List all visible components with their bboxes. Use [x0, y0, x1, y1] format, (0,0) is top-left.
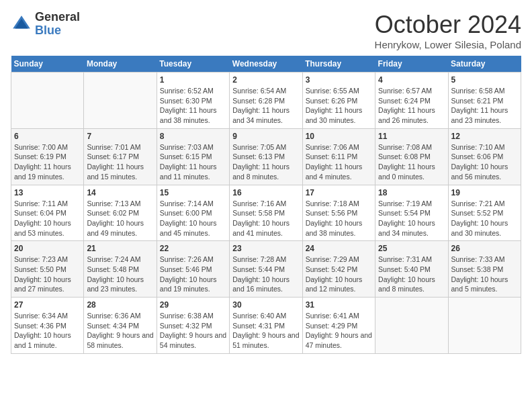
calendar-cell: 9Sunrise: 7:05 AM Sunset: 6:13 PM Daylig…	[230, 128, 302, 185]
day-number: 29	[160, 300, 226, 310]
day-info: Sunrise: 7:24 AM Sunset: 5:48 PM Dayligh…	[87, 255, 153, 294]
calendar-cell: 7Sunrise: 7:01 AM Sunset: 6:17 PM Daylig…	[84, 128, 157, 185]
calendar-cell: 2Sunrise: 6:54 AM Sunset: 6:28 PM Daylig…	[230, 73, 302, 129]
calendar-table: SundayMondayTuesdayWednesdayThursdayFrid…	[11, 56, 521, 354]
day-number: 10	[306, 132, 372, 141]
logo-icon	[11, 13, 32, 35]
calendar-cell: 13Sunrise: 7:11 AM Sunset: 6:04 PM Dayli…	[11, 185, 84, 241]
day-info: Sunrise: 7:31 AM Sunset: 5:40 PM Dayligh…	[378, 255, 445, 294]
day-number: 15	[160, 188, 226, 197]
day-info: Sunrise: 7:16 AM Sunset: 5:58 PM Dayligh…	[232, 199, 299, 238]
logo-blue: Blue	[35, 24, 80, 38]
calendar-cell: 17Sunrise: 7:18 AM Sunset: 5:56 PM Dayli…	[302, 185, 375, 241]
weekday-header: Wednesday	[230, 56, 302, 73]
day-number: 14	[87, 188, 153, 197]
page-header: General Blue October 2024 Henrykow, Lowe…	[11, 11, 521, 50]
day-number: 16	[232, 188, 299, 197]
calendar-cell	[11, 73, 84, 129]
day-info: Sunrise: 6:34 AM Sunset: 4:36 PM Dayligh…	[14, 311, 81, 351]
calendar-cell: 23Sunrise: 7:28 AM Sunset: 5:44 PM Dayli…	[230, 241, 302, 298]
day-info: Sunrise: 7:01 AM Sunset: 6:17 PM Dayligh…	[87, 142, 153, 182]
day-number: 1	[160, 75, 226, 85]
day-info: Sunrise: 7:13 AM Sunset: 6:02 PM Dayligh…	[87, 199, 153, 238]
calendar-cell: 16Sunrise: 7:16 AM Sunset: 5:58 PM Dayli…	[230, 185, 302, 241]
logo-general: General	[35, 11, 80, 24]
day-number: 4	[378, 75, 445, 85]
day-number: 30	[232, 300, 299, 310]
day-number: 23	[232, 244, 299, 253]
logo-text: General Blue	[35, 11, 80, 38]
day-info: Sunrise: 7:03 AM Sunset: 6:15 PM Dayligh…	[160, 142, 226, 182]
day-info: Sunrise: 7:14 AM Sunset: 6:00 PM Dayligh…	[160, 199, 226, 238]
day-info: Sunrise: 6:58 AM Sunset: 6:21 PM Dayligh…	[451, 86, 518, 126]
calendar-cell	[84, 73, 157, 129]
calendar-cell: 25Sunrise: 7:31 AM Sunset: 5:40 PM Dayli…	[375, 241, 448, 298]
day-info: Sunrise: 6:52 AM Sunset: 6:30 PM Dayligh…	[160, 86, 226, 126]
calendar-week-row: 20Sunrise: 7:23 AM Sunset: 5:50 PM Dayli…	[11, 241, 521, 298]
day-number: 27	[14, 300, 81, 310]
day-info: Sunrise: 7:10 AM Sunset: 6:06 PM Dayligh…	[451, 142, 518, 182]
day-info: Sunrise: 7:06 AM Sunset: 6:11 PM Dayligh…	[306, 142, 372, 182]
weekday-header: Sunday	[11, 56, 84, 73]
calendar-cell	[375, 298, 448, 354]
day-number: 28	[87, 300, 153, 310]
day-number: 17	[306, 188, 372, 197]
day-info: Sunrise: 6:55 AM Sunset: 6:26 PM Dayligh…	[306, 86, 372, 126]
calendar-cell: 31Sunrise: 6:41 AM Sunset: 4:29 PM Dayli…	[302, 298, 375, 354]
day-number: 11	[378, 132, 445, 141]
day-info: Sunrise: 7:29 AM Sunset: 5:42 PM Dayligh…	[306, 255, 372, 294]
day-number: 9	[232, 132, 299, 141]
day-info: Sunrise: 7:28 AM Sunset: 5:44 PM Dayligh…	[232, 255, 299, 294]
day-info: Sunrise: 6:40 AM Sunset: 4:31 PM Dayligh…	[232, 311, 299, 351]
day-number: 12	[451, 132, 518, 141]
weekday-header-row: SundayMondayTuesdayWednesdayThursdayFrid…	[11, 56, 521, 73]
calendar-cell: 29Sunrise: 6:38 AM Sunset: 4:32 PM Dayli…	[157, 298, 229, 354]
day-info: Sunrise: 7:18 AM Sunset: 5:56 PM Dayligh…	[306, 199, 372, 238]
day-info: Sunrise: 7:23 AM Sunset: 5:50 PM Dayligh…	[14, 255, 81, 294]
day-info: Sunrise: 6:57 AM Sunset: 6:24 PM Dayligh…	[378, 86, 445, 126]
calendar-cell: 1Sunrise: 6:52 AM Sunset: 6:30 PM Daylig…	[157, 73, 229, 129]
day-info: Sunrise: 7:21 AM Sunset: 5:52 PM Dayligh…	[451, 199, 518, 238]
calendar-cell	[448, 298, 521, 354]
calendar-cell: 24Sunrise: 7:29 AM Sunset: 5:42 PM Dayli…	[302, 241, 375, 298]
calendar-cell: 4Sunrise: 6:57 AM Sunset: 6:24 PM Daylig…	[375, 73, 448, 129]
day-number: 13	[14, 188, 81, 197]
weekday-header: Monday	[84, 56, 157, 73]
day-number: 24	[306, 244, 372, 253]
calendar-week-row: 1Sunrise: 6:52 AM Sunset: 6:30 PM Daylig…	[11, 73, 521, 129]
weekday-header: Tuesday	[157, 56, 229, 73]
day-info: Sunrise: 7:05 AM Sunset: 6:13 PM Dayligh…	[232, 142, 299, 182]
day-info: Sunrise: 7:11 AM Sunset: 6:04 PM Dayligh…	[14, 199, 81, 238]
day-number: 5	[451, 75, 518, 85]
day-info: Sunrise: 7:00 AM Sunset: 6:19 PM Dayligh…	[14, 142, 81, 182]
calendar-cell: 18Sunrise: 7:19 AM Sunset: 5:54 PM Dayli…	[375, 185, 448, 241]
month-title: October 2024	[375, 11, 521, 39]
day-number: 21	[87, 244, 153, 253]
calendar-cell: 11Sunrise: 7:08 AM Sunset: 6:08 PM Dayli…	[375, 128, 448, 185]
calendar-cell: 21Sunrise: 7:24 AM Sunset: 5:48 PM Dayli…	[84, 241, 157, 298]
calendar-cell: 12Sunrise: 7:10 AM Sunset: 6:06 PM Dayli…	[448, 128, 521, 185]
logo: General Blue	[11, 11, 80, 38]
day-number: 31	[306, 300, 372, 310]
day-number: 26	[451, 244, 518, 253]
day-number: 19	[451, 188, 518, 197]
calendar-week-row: 13Sunrise: 7:11 AM Sunset: 6:04 PM Dayli…	[11, 185, 521, 241]
calendar-cell: 30Sunrise: 6:40 AM Sunset: 4:31 PM Dayli…	[230, 298, 302, 354]
day-info: Sunrise: 7:26 AM Sunset: 5:46 PM Dayligh…	[160, 255, 226, 294]
calendar-cell: 15Sunrise: 7:14 AM Sunset: 6:00 PM Dayli…	[157, 185, 229, 241]
calendar-week-row: 27Sunrise: 6:34 AM Sunset: 4:36 PM Dayli…	[11, 298, 521, 354]
calendar-cell: 14Sunrise: 7:13 AM Sunset: 6:02 PM Dayli…	[84, 185, 157, 241]
day-number: 3	[306, 75, 372, 85]
day-number: 2	[232, 75, 299, 85]
weekday-header: Thursday	[302, 56, 375, 73]
calendar-cell: 8Sunrise: 7:03 AM Sunset: 6:15 PM Daylig…	[157, 128, 229, 185]
day-info: Sunrise: 6:54 AM Sunset: 6:28 PM Dayligh…	[232, 86, 299, 126]
day-info: Sunrise: 6:41 AM Sunset: 4:29 PM Dayligh…	[306, 311, 372, 351]
day-number: 25	[378, 244, 445, 253]
day-info: Sunrise: 7:19 AM Sunset: 5:54 PM Dayligh…	[378, 199, 445, 238]
calendar-cell: 6Sunrise: 7:00 AM Sunset: 6:19 PM Daylig…	[11, 128, 84, 185]
calendar-cell: 3Sunrise: 6:55 AM Sunset: 6:26 PM Daylig…	[302, 73, 375, 129]
day-info: Sunrise: 6:38 AM Sunset: 4:32 PM Dayligh…	[160, 311, 226, 351]
calendar-cell: 20Sunrise: 7:23 AM Sunset: 5:50 PM Dayli…	[11, 241, 84, 298]
weekday-header: Saturday	[448, 56, 521, 73]
